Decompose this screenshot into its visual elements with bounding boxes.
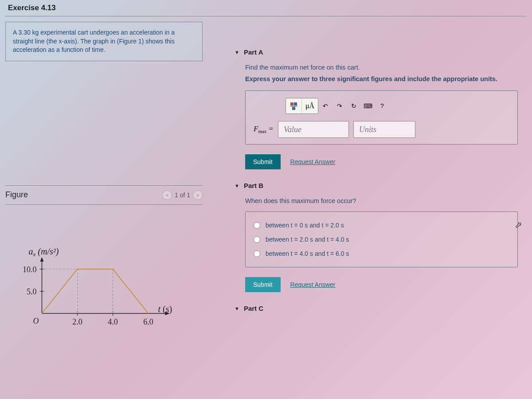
x-origin: O — [33, 317, 39, 325]
figure-nav-text: 1 of 1 — [175, 192, 190, 199]
part-a-instruction: Express your answer to three significant… — [245, 75, 518, 82]
mc-option-1-label: between t = 2.0 s and t = 4.0 s — [266, 236, 349, 243]
part-b-request-answer-link[interactable]: Request Answer — [290, 281, 336, 288]
mc-option-0-label: between t = 0 s and t = 2.0 s — [266, 222, 344, 229]
y-axis-label: ax (m/s²) — [29, 246, 59, 258]
figure-header: Figure < 1 of 1 > — [5, 185, 203, 205]
exercise-title: Exercise 4.13 — [0, 0, 532, 16]
symbols-button[interactable]: μÅ — [302, 98, 318, 113]
part-a-header[interactable]: ▼ Part A — [235, 48, 518, 56]
format-group: μÅ — [286, 98, 318, 114]
radio-1[interactable] — [254, 236, 260, 243]
mc-option-2-label: between t = 4.0 s and t = 6.0 s — [266, 250, 349, 257]
x-tick-6: 6.0 — [143, 317, 153, 326]
y-tick-5: 5.0 — [27, 287, 37, 296]
input-row: Fmax = — [254, 121, 509, 138]
mc-option-1[interactable]: between t = 2.0 s and t = 4.0 s — [254, 232, 509, 246]
part-b-content: When does this maximum force occur? betw… — [235, 197, 518, 292]
units-input[interactable] — [353, 121, 415, 138]
spacer — [5, 61, 203, 185]
part-b-submit-row: Submit Request Answer — [245, 277, 518, 292]
part-a-submit-row: Submit Request Answer — [245, 154, 518, 169]
value-input[interactable] — [278, 121, 349, 138]
figure-nav: < 1 of 1 > — [162, 190, 203, 200]
part-b-question: When does this maximum force occur? — [245, 197, 518, 204]
figure-prev-button[interactable]: < — [162, 190, 172, 200]
graph-area: ax (m/s²) 10.0 5.0 O 2.0 4.0 6.0 — [5, 240, 203, 338]
header-divider — [5, 16, 527, 16]
radio-2[interactable] — [254, 250, 260, 257]
caret-down-icon: ▼ — [235, 183, 239, 188]
part-a-request-answer-link[interactable]: Request Answer — [290, 158, 336, 165]
figure-title: Figure — [5, 190, 28, 200]
part-b-options: between t = 0 s and t = 2.0 s between t … — [245, 211, 518, 267]
right-column: ▼ Part A Find the maximum net force on t… — [208, 22, 527, 399]
x-tick-4: 4.0 — [108, 317, 118, 326]
caret-down-icon: ▼ — [235, 306, 239, 311]
part-b-title: Part B — [244, 182, 263, 189]
graph-svg: ax (m/s²) 10.0 5.0 O 2.0 4.0 6.0 — [14, 245, 194, 333]
part-c-header[interactable]: ▼ Part C — [235, 305, 518, 312]
part-a-submit-button[interactable]: Submit — [245, 154, 281, 169]
undo-icon[interactable]: ↶ — [318, 98, 332, 113]
svg-marker-1 — [40, 257, 44, 262]
figure-next-button[interactable]: > — [193, 190, 203, 200]
part-a-content: Find the maximum net force on this cart.… — [235, 64, 518, 169]
keyboard-icon[interactable]: ⌨ — [361, 98, 375, 113]
fraction-icon[interactable] — [286, 98, 302, 113]
part-a-answer-panel: μÅ ↶ ↷ ↻ ⌨ ? Fmax = — [245, 90, 518, 145]
help-icon[interactable]: ? — [375, 98, 389, 113]
cursor-icon: ⬀ — [515, 219, 522, 230]
problem-statement: A 3.30 kg experimental cart undergoes an… — [5, 22, 203, 61]
part-c-title: Part C — [244, 305, 263, 312]
x-axis-label: t (s) — [158, 304, 172, 314]
main-container: A 3.30 kg experimental cart undergoes an… — [0, 22, 532, 399]
x-tick-2: 2.0 — [72, 317, 82, 326]
redo-icon[interactable]: ↷ — [332, 98, 347, 113]
mc-option-0[interactable]: between t = 0 s and t = 2.0 s — [254, 218, 509, 232]
part-a-title: Part A — [244, 48, 263, 56]
formula-toolbar: μÅ ↶ ↷ ↻ ⌨ ? — [286, 98, 509, 114]
y-tick-10: 10.0 — [23, 265, 37, 274]
reset-icon[interactable]: ↻ — [347, 98, 361, 113]
radio-0[interactable] — [254, 222, 260, 229]
part-b-header[interactable]: ▼ Part B — [235, 182, 518, 189]
part-b-submit-button[interactable]: Submit — [245, 277, 281, 292]
left-column: A 3.30 kg experimental cart undergoes an… — [5, 22, 203, 399]
part-a-question: Find the maximum net force on this cart. — [245, 64, 518, 71]
caret-down-icon: ▼ — [235, 50, 239, 55]
mc-option-2[interactable]: between t = 4.0 s and t = 6.0 s — [254, 246, 509, 261]
formula-label: Fmax = — [254, 125, 274, 134]
